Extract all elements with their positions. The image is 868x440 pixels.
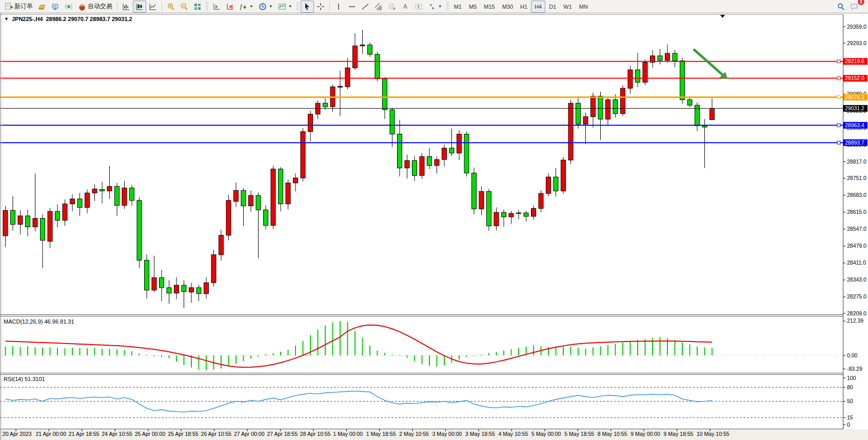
periods-button[interactable]: ▼ xyxy=(256,1,275,13)
market-watch-button[interactable] xyxy=(35,1,49,13)
crosshair-button[interactable] xyxy=(314,1,327,13)
toolbar-separator xyxy=(329,2,330,12)
navigator-button[interactable] xyxy=(49,1,62,13)
toolbar-separator xyxy=(117,2,117,12)
trendline-button[interactable] xyxy=(359,1,372,13)
price-tick-label: 28547.0 xyxy=(847,226,866,232)
chart-shift-button[interactable] xyxy=(223,1,236,13)
search-icon xyxy=(837,3,845,11)
chart-canvas[interactable]: 29359.029293.029225.029157.029089.029021… xyxy=(0,13,868,440)
chevron-down-icon: ▼ xyxy=(438,4,442,9)
signals-button[interactable] xyxy=(62,1,75,13)
collapse-arrow-icon[interactable]: ▼ xyxy=(4,16,9,22)
price-tag-label: 28893.7 xyxy=(845,139,864,146)
time-tick-label: 21 Apr 18:55 xyxy=(69,431,100,437)
text-icon: A xyxy=(401,3,409,11)
tick-chart-button[interactable] xyxy=(120,1,133,13)
rsi-axis-label: 100 xyxy=(847,375,856,381)
rsi-axis-label: 15 xyxy=(847,414,853,421)
cursor-icon xyxy=(303,3,311,11)
price-tick-label: 28275.0 xyxy=(847,293,866,299)
main-toolbar: 新订单 自动交易 xyxy=(0,0,868,13)
time-tick-label: 4 May 10:55 xyxy=(498,431,528,437)
periods-clock-icon xyxy=(259,3,267,11)
candlestick-chart-button[interactable] xyxy=(133,1,146,13)
timeframe-h4-button[interactable]: H4 xyxy=(531,1,545,13)
toolbar-drag-handle[interactable] xyxy=(297,2,299,11)
time-tick-label: 26 Apr 10:55 xyxy=(201,431,232,437)
arrows-button[interactable]: ▼ xyxy=(425,1,445,13)
horizontal-line-icon xyxy=(348,3,356,11)
timeframe-m30-button[interactable]: M30 xyxy=(499,1,517,13)
time-tick-label: 3 May 18:55 xyxy=(465,431,495,437)
timeframe-w1-button[interactable]: W1 xyxy=(560,1,576,13)
toolbar-separator xyxy=(162,2,162,12)
zoom-out-button[interactable] xyxy=(177,1,191,13)
search-button[interactable] xyxy=(834,1,847,13)
time-tick-label: 1 May 18:55 xyxy=(366,431,396,437)
chevron-down-icon: ▼ xyxy=(288,4,292,9)
line-chart-button[interactable] xyxy=(146,1,160,13)
time-tick-label: 9 May 18:55 xyxy=(664,431,694,437)
time-tick-label: 24 Apr 10:55 xyxy=(102,431,132,437)
text-button[interactable]: A xyxy=(399,1,412,13)
price-tick-label: 28615.0 xyxy=(847,209,866,215)
price-tag-label: 29031.2 xyxy=(845,105,864,111)
autotrading-button[interactable]: 自动交易 xyxy=(75,1,115,13)
new-order-button[interactable]: 新订单 xyxy=(2,1,35,13)
zoom-out-icon xyxy=(180,3,188,11)
timeframe-h1-button[interactable]: H1 xyxy=(517,1,531,13)
macd-axis-label: -83.29 xyxy=(847,366,862,372)
vertical-line-icon xyxy=(334,3,343,11)
arrows-icon xyxy=(428,3,436,11)
time-tick-label: 1 May 00:00 xyxy=(333,431,363,437)
timeframe-mn-button[interactable]: MN xyxy=(576,1,591,13)
macd-axis-label: 212.39 xyxy=(847,317,863,324)
cursor-button[interactable] xyxy=(301,1,314,13)
timeframe-m5-button[interactable]: M5 xyxy=(465,1,480,13)
timeframe-m15-button[interactable]: M15 xyxy=(480,1,498,13)
rsi-axis-label: 50 xyxy=(847,398,853,404)
zoom-in-button[interactable] xyxy=(164,1,177,13)
tile-windows-button[interactable] xyxy=(191,1,204,13)
new-order-icon xyxy=(5,3,13,11)
market-watch-icon xyxy=(38,3,46,11)
rsi-indicator-label: RSI(14) 51.3101 xyxy=(4,376,45,382)
mt4-window: { "toolbar": { "new_order": "新订单", "auto… xyxy=(0,0,868,440)
chart-symbol-title: ▼ JPN225-,H4 28986.2 29070.7 28983.7 290… xyxy=(4,16,132,22)
indicators-icon: f xyxy=(239,3,247,11)
autotrading-icon xyxy=(78,3,86,11)
templates-button[interactable]: ▼ xyxy=(275,1,295,13)
chat-button[interactable]: 1 xyxy=(847,1,861,13)
svg-text:T: T xyxy=(417,4,420,9)
zoom-in-icon xyxy=(167,3,175,11)
timeframe-m1-button[interactable]: M1 xyxy=(450,1,465,13)
time-tick-label: 27 Apr 18:55 xyxy=(267,431,298,437)
crosshair-icon xyxy=(317,3,325,11)
price-tick-label: 28479.0 xyxy=(847,243,866,249)
horizontal-line-button[interactable] xyxy=(345,1,359,13)
price-tick-label: 28411.0 xyxy=(847,259,866,266)
text-label-button[interactable]: T xyxy=(412,1,425,13)
timeframe-d1-button[interactable]: D1 xyxy=(545,1,560,13)
indicators-button[interactable]: f ▼ xyxy=(236,1,256,13)
chart-plot-area[interactable] xyxy=(0,14,843,314)
vertical-line-button[interactable] xyxy=(332,1,345,13)
time-tick-label: 2 May 10:55 xyxy=(399,431,429,437)
tick-chart-icon xyxy=(122,3,130,11)
fibonacci-button[interactable]: F xyxy=(385,1,399,13)
toolbar-drag-handle[interactable] xyxy=(206,2,208,11)
time-tick-label: 25 Apr 18:55 xyxy=(168,431,199,437)
price-tick-label: 28209.0 xyxy=(847,310,866,316)
tile-windows-icon xyxy=(193,3,202,11)
macd-indicator-label: MACD(12,26,9) 46.96 81.31 xyxy=(4,318,74,325)
navigator-icon xyxy=(51,3,60,11)
chart-window: 29359.029293.029225.029157.029089.029021… xyxy=(0,13,868,440)
price-tick-label: 28683.0 xyxy=(847,192,866,198)
autoscroll-button[interactable] xyxy=(210,1,223,13)
equidistant-channel-button[interactable]: E xyxy=(372,1,385,13)
autotrading-label: 自动交易 xyxy=(88,2,112,11)
price-tick-label: 28751.0 xyxy=(847,175,866,181)
chevron-down-icon: ▼ xyxy=(269,4,273,9)
toolbar-drag-handle[interactable] xyxy=(446,2,449,11)
